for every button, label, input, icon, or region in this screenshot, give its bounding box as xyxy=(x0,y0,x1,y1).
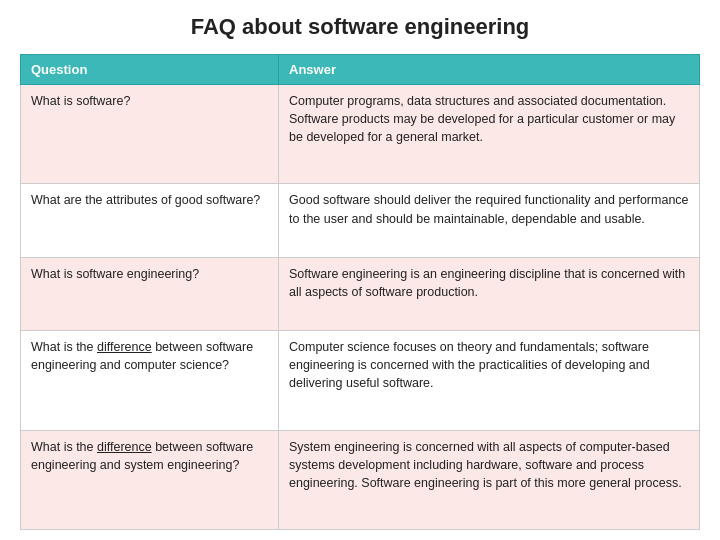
table-row: What is software? Computer programs, dat… xyxy=(21,85,700,184)
question-text: What is software engineering? xyxy=(31,267,199,281)
answer-cell: System engineering is concerned with all… xyxy=(279,430,700,529)
answer-text: Computer programs, data structures and a… xyxy=(289,94,675,144)
answer-text: Computer science focuses on theory and f… xyxy=(289,340,650,390)
question-text-underline: difference xyxy=(97,440,152,454)
answer-cell: Good software should deliver the require… xyxy=(279,184,700,257)
question-text: What is software? xyxy=(31,94,130,108)
page-container: FAQ about software engineering Question … xyxy=(0,0,720,540)
page-title: FAQ about software engineering xyxy=(20,10,700,44)
table-row: What is the difference between software … xyxy=(21,430,700,529)
question-header: Question xyxy=(21,55,279,85)
table-header-row: Question Answer xyxy=(21,55,700,85)
table-row: What is the difference between software … xyxy=(21,331,700,430)
question-text-plain: What is the xyxy=(31,340,97,354)
question-text: What are the attributes of good software… xyxy=(31,193,260,207)
question-cell: What is the difference between software … xyxy=(21,430,279,529)
question-cell: What is the difference between software … xyxy=(21,331,279,430)
answer-cell: Computer science focuses on theory and f… xyxy=(279,331,700,430)
answer-header: Answer xyxy=(279,55,700,85)
question-text-underline: difference xyxy=(97,340,152,354)
answer-cell: Software engineering is an engineering d… xyxy=(279,257,700,330)
table-row: What is software engineering? Software e… xyxy=(21,257,700,330)
question-cell: What is software? xyxy=(21,85,279,184)
question-text-plain: What is the xyxy=(31,440,97,454)
question-cell: What is software engineering? xyxy=(21,257,279,330)
faq-table: Question Answer What is software? Comput… xyxy=(20,54,700,530)
question-cell: What are the attributes of good software… xyxy=(21,184,279,257)
answer-text: Software engineering is an engineering d… xyxy=(289,267,685,299)
answer-text: System engineering is concerned with all… xyxy=(289,440,682,490)
answer-cell: Computer programs, data structures and a… xyxy=(279,85,700,184)
table-row: What are the attributes of good software… xyxy=(21,184,700,257)
answer-text: Good software should deliver the require… xyxy=(289,193,689,225)
